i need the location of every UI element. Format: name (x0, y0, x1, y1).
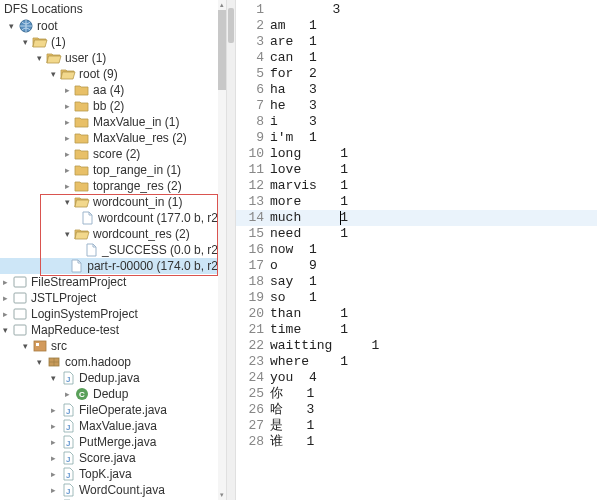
tree-item-dedupc[interactable]: CDedup (0, 386, 226, 402)
splitter-thumb[interactable] (228, 8, 234, 43)
tree-item-fsp[interactable]: FileStreamProject (0, 274, 226, 290)
scroll-up-icon[interactable]: ▴ (218, 0, 226, 10)
tree-item-scorej[interactable]: JScore.java (0, 450, 226, 466)
tree-item-maxval[interactable]: JMaxValue.java (0, 418, 226, 434)
tree-item-wc[interactable]: JWordCount.java (0, 482, 226, 498)
tree-item-aa[interactable]: aa (4) (0, 82, 226, 98)
editor-line[interactable]: 2am 1 (236, 18, 597, 34)
editor-pane[interactable]: 1 32am 13are 14can 15for 26ha 37he 38i 3… (236, 0, 597, 500)
tree-item-toprange_res[interactable]: toprange_res (2) (0, 178, 226, 194)
chevron-right-icon[interactable] (48, 466, 58, 482)
line-text[interactable]: 是 1 (270, 418, 314, 434)
scroll-thumb[interactable] (218, 10, 226, 90)
line-text[interactable]: much 1 (270, 210, 348, 226)
tree-item-pkg[interactable]: com.hadoop (0, 354, 226, 370)
pane-splitter[interactable] (226, 0, 236, 500)
chevron-down-icon[interactable] (48, 370, 58, 386)
chevron-right-icon[interactable] (62, 386, 72, 402)
chevron-down-icon[interactable] (20, 338, 30, 354)
tree-item-dedup[interactable]: JDedup.java (0, 370, 226, 386)
line-text[interactable]: than 1 (270, 306, 348, 322)
line-text[interactable]: you 4 (270, 370, 317, 386)
tree-item-lsp[interactable]: LoginSystemProject (0, 306, 226, 322)
editor-line[interactable]: 28谁 1 (236, 434, 597, 450)
chevron-right-icon[interactable] (0, 290, 10, 306)
line-text[interactable]: 哈 3 (270, 402, 314, 418)
chevron-down-icon[interactable] (62, 226, 72, 242)
tree-item-wordcount_res[interactable]: wordcount_res (2) (0, 226, 226, 242)
chevron-down-icon[interactable] (34, 354, 44, 370)
chevron-right-icon[interactable] (62, 98, 72, 114)
tree-item-maxvalue_res[interactable]: MaxValue_res (2) (0, 130, 226, 146)
editor-line[interactable]: 5for 2 (236, 66, 597, 82)
editor-line[interactable]: 24you 4 (236, 370, 597, 386)
line-text[interactable]: now 1 (270, 242, 317, 258)
chevron-right-icon[interactable] (62, 162, 72, 178)
line-text[interactable]: so 1 (270, 290, 317, 306)
editor-line[interactable]: 22waitting 1 (236, 338, 597, 354)
line-text[interactable]: am 1 (270, 18, 317, 34)
chevron-right-icon[interactable] (62, 130, 72, 146)
editor-line[interactable]: 8i 3 (236, 114, 597, 130)
line-text[interactable]: he 3 (270, 98, 317, 114)
chevron-right-icon[interactable] (48, 418, 58, 434)
line-text[interactable]: 3 (270, 2, 340, 18)
editor-line[interactable]: 26哈 3 (236, 402, 597, 418)
line-text[interactable]: marvis 1 (270, 178, 348, 194)
editor-line[interactable]: 16now 1 (236, 242, 597, 258)
editor-line[interactable]: 12marvis 1 (236, 178, 597, 194)
chevron-right-icon[interactable] (62, 82, 72, 98)
tree-item-success[interactable]: _SUCCESS (0.0 b, r2) (0, 242, 226, 258)
tree-item-maxvalue_in[interactable]: MaxValue_in (1) (0, 114, 226, 130)
tree-scrollbar[interactable]: ▴ ▾ (218, 0, 226, 500)
line-text[interactable]: i'm 1 (270, 130, 317, 146)
tree-item-top_range_in[interactable]: top_range_in (1) (0, 162, 226, 178)
line-text[interactable]: love 1 (270, 162, 348, 178)
tree-item-user[interactable]: user (1) (0, 50, 226, 66)
editor-line[interactable]: 18say 1 (236, 274, 597, 290)
editor-line[interactable]: 1 3 (236, 2, 597, 18)
line-text[interactable]: are 1 (270, 34, 317, 50)
line-text[interactable]: ha 3 (270, 82, 317, 98)
chevron-right-icon[interactable] (48, 450, 58, 466)
line-text[interactable]: more 1 (270, 194, 348, 210)
editor-line[interactable]: 3are 1 (236, 34, 597, 50)
tree-item-jstl[interactable]: JSTLProject (0, 290, 226, 306)
editor-line[interactable]: 10long 1 (236, 146, 597, 162)
chevron-down-icon[interactable] (34, 50, 44, 66)
chevron-down-icon[interactable] (6, 18, 16, 34)
line-text[interactable]: can 1 (270, 50, 317, 66)
chevron-down-icon[interactable] (48, 66, 58, 82)
line-text[interactable]: 你 1 (270, 386, 314, 402)
chevron-down-icon[interactable] (62, 194, 72, 210)
tree-item-part[interactable]: part-r-00000 (174.0 b, r2) (0, 258, 226, 274)
editor-line[interactable]: 27是 1 (236, 418, 597, 434)
chevron-right-icon[interactable] (48, 434, 58, 450)
line-text[interactable]: long 1 (270, 146, 348, 162)
tree-item-score[interactable]: score (2) (0, 146, 226, 162)
tree-item-bb[interactable]: bb (2) (0, 98, 226, 114)
editor-line[interactable]: 25你 1 (236, 386, 597, 402)
line-text[interactable]: i 3 (270, 114, 317, 130)
tree-item-wordcount[interactable]: wordcount (177.0 b, r2) (0, 210, 226, 226)
line-text[interactable]: 谁 1 (270, 434, 314, 450)
tree-item-root9[interactable]: root (9) (0, 66, 226, 82)
editor-line[interactable]: 7he 3 (236, 98, 597, 114)
tree-item-root[interactable]: root (0, 18, 226, 34)
editor-line[interactable]: 15need 1 (236, 226, 597, 242)
line-text[interactable]: waitting 1 (270, 338, 379, 354)
chevron-right-icon[interactable] (62, 178, 72, 194)
chevron-right-icon[interactable] (0, 274, 10, 290)
editor-line[interactable]: 21time 1 (236, 322, 597, 338)
tree-item-fileop[interactable]: JFileOperate.java (0, 402, 226, 418)
tree-item-putmerge[interactable]: JPutMerge.java (0, 434, 226, 450)
line-text[interactable]: where 1 (270, 354, 348, 370)
editor-line[interactable]: 9i'm 1 (236, 130, 597, 146)
line-text[interactable]: o 9 (270, 258, 317, 274)
tree-item-wordcount_in[interactable]: wordcount_in (1) (0, 194, 226, 210)
scroll-down-icon[interactable]: ▾ (218, 490, 226, 500)
line-text[interactable]: need 1 (270, 226, 348, 242)
editor-line[interactable]: 23where 1 (236, 354, 597, 370)
line-text[interactable]: time 1 (270, 322, 348, 338)
chevron-right-icon[interactable] (48, 482, 58, 498)
